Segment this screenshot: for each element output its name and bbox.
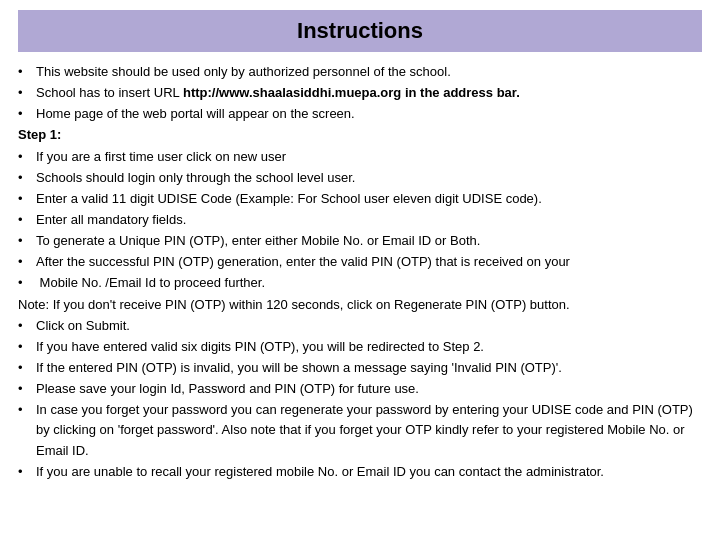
list-item: • School has to insert URL http://www.sh… [18, 83, 702, 103]
step2-line-3: If the entered PIN (OTP) is invalid, you… [36, 358, 702, 378]
list-item: • Click on Submit. [18, 316, 702, 336]
bullet-icon: • [18, 316, 36, 336]
bullet-icon: • [18, 462, 36, 482]
intro-line-2: School has to insert URL http://www.shaa… [36, 83, 702, 103]
list-item: • If you are a first time user click on … [18, 147, 702, 167]
list-item: • In case you forget your password you c… [18, 400, 702, 460]
content-area: • This website should be used only by au… [18, 62, 702, 482]
bullet-icon: • [18, 147, 36, 167]
list-item: • Home page of the web portal will appea… [18, 104, 702, 124]
bullet-icon: • [18, 62, 36, 82]
bullet-icon: • [18, 168, 36, 188]
bullet-icon: • [18, 189, 36, 209]
list-item: • To generate a Unique PIN (OTP), enter … [18, 231, 702, 251]
page-container: Instructions • This website should be us… [0, 0, 720, 540]
step1-line-6: After the successful PIN (OTP) generatio… [36, 252, 702, 272]
bullet-icon: • [18, 210, 36, 230]
step2-line-6: If you are unable to recall your registe… [36, 462, 702, 482]
bullet-icon: • [18, 252, 36, 272]
list-item: • Enter a valid 11 digit UDISE Code (Exa… [18, 189, 702, 209]
list-item: • After the successful PIN (OTP) generat… [18, 252, 702, 272]
list-item: • Please save your login Id, Password an… [18, 379, 702, 399]
note-text: Note: If you don't receive PIN (OTP) wit… [18, 297, 570, 312]
step2-line-2: If you have entered valid six digits PIN… [36, 337, 702, 357]
step1-line-4: Enter all mandatory fields. [36, 210, 702, 230]
list-item: • Schools should login only through the … [18, 168, 702, 188]
step1-line-3: Enter a valid 11 digit UDISE Code (Examp… [36, 189, 702, 209]
title-bar: Instructions [18, 10, 702, 52]
list-item: • Enter all mandatory fields. [18, 210, 702, 230]
bullet-icon: • [18, 104, 36, 124]
list-item: • Mobile No. /Email Id to proceed furthe… [18, 273, 702, 293]
list-item: • If you have entered valid six digits P… [18, 337, 702, 357]
bullet-icon: • [18, 337, 36, 357]
step1-line-5: To generate a Unique PIN (OTP), enter ei… [36, 231, 702, 251]
bullet-icon: • [18, 231, 36, 251]
bullet-icon: • [18, 400, 36, 420]
note-line: Note: If you don't receive PIN (OTP) wit… [18, 295, 702, 315]
step2-line-1: Click on Submit. [36, 316, 702, 336]
step2-line-5: In case you forget your password you can… [36, 400, 702, 460]
list-item: • This website should be used only by au… [18, 62, 702, 82]
page-title: Instructions [18, 18, 702, 44]
bullet-icon: • [18, 273, 36, 293]
bullet-icon: • [18, 379, 36, 399]
step2-line-4: Please save your login Id, Password and … [36, 379, 702, 399]
bullet-icon: • [18, 358, 36, 378]
step1-label: Step 1: [18, 125, 702, 145]
step1-line-2: Schools should login only through the sc… [36, 168, 702, 188]
intro-line-3: Home page of the web portal will appear … [36, 104, 702, 124]
step1-line-1: If you are a first time user click on ne… [36, 147, 702, 167]
list-item: • If the entered PIN (OTP) is invalid, y… [18, 358, 702, 378]
intro-line-1: This website should be used only by auth… [36, 62, 702, 82]
step1-line-7: Mobile No. /Email Id to proceed further. [36, 273, 702, 293]
list-item: • If you are unable to recall your regis… [18, 462, 702, 482]
bullet-icon: • [18, 83, 36, 103]
